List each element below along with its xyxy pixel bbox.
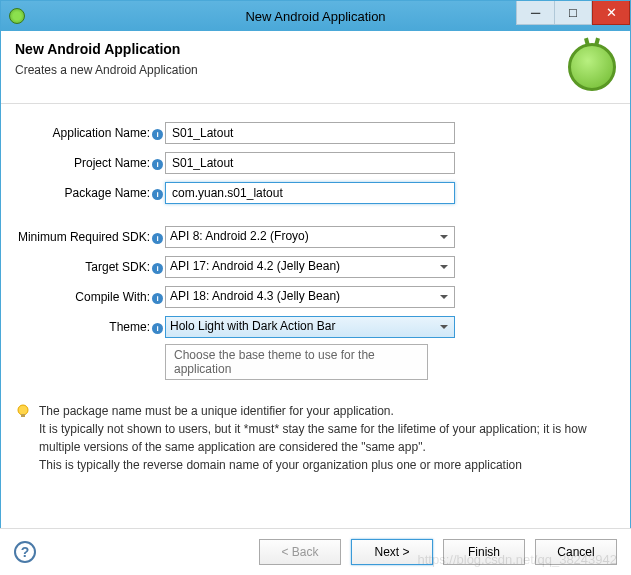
cancel-button[interactable]: Cancel — [535, 539, 617, 565]
svg-rect-1 — [21, 414, 25, 417]
form-area: Application Name:i Project Name:i Packag… — [1, 104, 630, 398]
package-name-input[interactable] — [165, 182, 455, 204]
app-name-label: Application Name:i — [15, 126, 165, 140]
page-title: New Android Application — [15, 41, 198, 57]
window-controls: ─ □ ✕ — [516, 1, 630, 25]
lightbulb-icon — [15, 404, 31, 420]
minimum-sdk-select[interactable]: API 8: Android 2.2 (Froyo) — [165, 226, 455, 248]
android-icon — [568, 43, 616, 91]
theme-tooltip: Choose the base theme to use for the app… — [165, 344, 428, 380]
info-icon[interactable]: i — [152, 129, 163, 140]
page-subtitle: Creates a new Android Application — [15, 63, 198, 77]
application-name-input[interactable] — [165, 122, 455, 144]
info-icon[interactable]: i — [152, 159, 163, 170]
package-name-label: Package Name:i — [15, 186, 165, 200]
project-name-input[interactable] — [165, 152, 455, 174]
compile-with-label: Compile With:i — [15, 290, 165, 304]
wizard-header: New Android Application Creates a new An… — [1, 31, 630, 104]
minimize-button[interactable]: ─ — [516, 1, 554, 25]
maximize-button[interactable]: □ — [554, 1, 592, 25]
target-sdk-label: Target SDK:i — [15, 260, 165, 274]
project-name-label: Project Name:i — [15, 156, 165, 170]
close-button[interactable]: ✕ — [592, 1, 630, 25]
titlebar: New Android Application ─ □ ✕ — [1, 1, 630, 31]
info-icon[interactable]: i — [152, 323, 163, 334]
compile-with-select[interactable]: API 18: Android 4.3 (Jelly Bean) — [165, 286, 455, 308]
app-icon — [9, 8, 25, 24]
help-icon[interactable]: ? — [14, 541, 36, 563]
hint-text: The package name must be a unique identi… — [39, 402, 616, 474]
info-icon[interactable]: i — [152, 293, 163, 304]
finish-button[interactable]: Finish — [443, 539, 525, 565]
wizard-footer: ? < Back Next > Finish Cancel — [0, 528, 631, 575]
theme-select[interactable]: Holo Light with Dark Action Bar — [165, 316, 455, 338]
target-sdk-select[interactable]: API 17: Android 4.2 (Jelly Bean) — [165, 256, 455, 278]
hint-area: The package name must be a unique identi… — [1, 398, 630, 474]
theme-label: Theme:i — [15, 320, 165, 334]
window-title: New Android Application — [245, 9, 385, 24]
min-sdk-label: Minimum Required SDK:i — [15, 230, 165, 244]
back-button[interactable]: < Back — [259, 539, 341, 565]
info-icon[interactable]: i — [152, 263, 163, 274]
next-button[interactable]: Next > — [351, 539, 433, 565]
info-icon[interactable]: i — [152, 233, 163, 244]
svg-point-0 — [18, 405, 28, 415]
info-icon[interactable]: i — [152, 189, 163, 200]
